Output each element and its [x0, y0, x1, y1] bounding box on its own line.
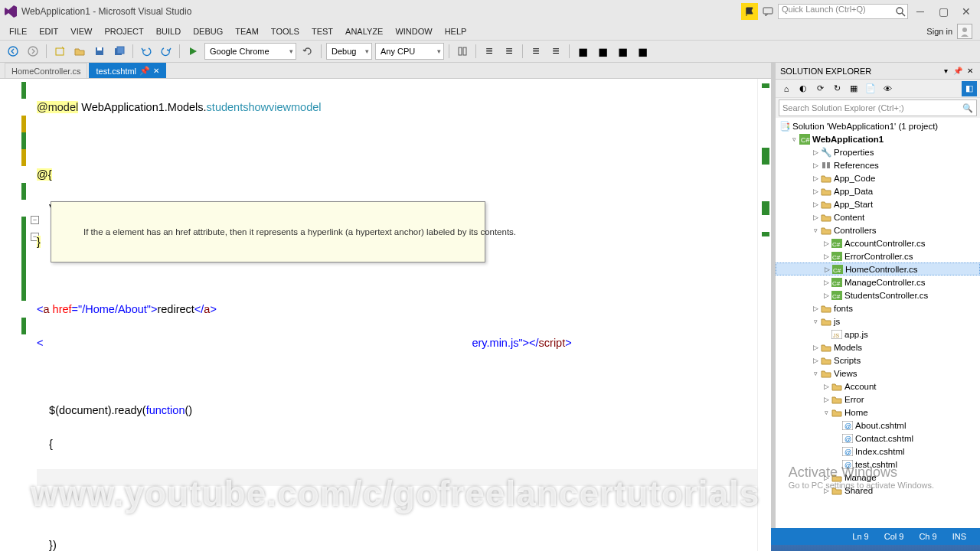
tab-test-cshtml[interactable]: test.cshtml 📌 ✕ [89, 63, 166, 78]
tree-node[interactable]: ▿Views [776, 367, 980, 380]
bookmark-next-button[interactable]: ◼ [594, 43, 611, 60]
solution-explorer-toolbar: ⌂ ◐ ⟳ ↻ ▦ 📄 👁 ◧ [776, 80, 980, 98]
titlebar: WebApplication1 - Microsoft Visual Studi… [0, 0, 980, 23]
folder-icon [831, 472, 843, 483]
status-ins: INS [945, 532, 974, 541]
preview-icon[interactable]: 👁 [880, 81, 895, 96]
menu-file[interactable]: File [3, 25, 33, 37]
panel-close-icon[interactable]: ✕ [965, 66, 975, 77]
menu-help[interactable]: Help [439, 25, 473, 37]
tree-node[interactable]: ▷Scripts [776, 354, 980, 367]
svg-text:C#: C# [832, 293, 841, 300]
quick-launch-input[interactable]: Quick Launch (Ctrl+Q) [778, 4, 908, 19]
solution-tree[interactable]: 📑 Solution 'WebApplication1' (1 project)… [776, 118, 980, 528]
properties-icon[interactable]: 📄 [863, 81, 878, 96]
close-button[interactable]: ✕ [956, 3, 977, 20]
bookmark-prev-button[interactable]: ◼ [614, 43, 631, 60]
tree-node[interactable]: @test.cshtml [776, 458, 980, 471]
menu-tools[interactable]: Tools [265, 25, 305, 37]
collapse-icon[interactable]: ◐ [795, 81, 811, 96]
redo-button[interactable] [158, 43, 175, 60]
uncomment-button[interactable]: ≡ [501, 43, 518, 60]
browser-refresh-button[interactable] [299, 43, 316, 60]
tree-node[interactable]: JSapp.js [776, 328, 980, 341]
notification-flag-icon[interactable] [741, 3, 758, 20]
solution-icon: 📑 [779, 121, 791, 132]
tree-node[interactable]: ▷Content [776, 210, 980, 223]
tree-node[interactable]: @Contact.cshtml [776, 432, 980, 445]
search-icon [895, 6, 906, 17]
tree-node[interactable]: ▿Controllers [776, 223, 980, 236]
new-project-button[interactable] [51, 43, 68, 60]
code-editor[interactable]: − − @model WebApplication1.Models.studen… [0, 79, 771, 551]
refresh-icon[interactable]: ↻ [829, 81, 844, 96]
tree-node[interactable]: ▷C#AccountController.cs [776, 236, 980, 249]
config-select[interactable]: Debug [326, 43, 372, 60]
menu-view[interactable]: View [64, 25, 98, 37]
tree-node[interactable]: ▷Models [776, 341, 980, 354]
save-all-button[interactable] [111, 43, 128, 60]
pin-icon[interactable]: 📌 [139, 66, 150, 76]
view-icon[interactable]: ◧ [962, 81, 977, 96]
outdent-button[interactable]: ≡ [547, 43, 564, 60]
menu-window[interactable]: Window [389, 25, 438, 37]
tree-node[interactable]: ▷C#StudentsController.cs [776, 289, 980, 302]
browser-select[interactable]: Google Chrome [204, 43, 296, 60]
platform-select[interactable]: Any CPU [375, 43, 444, 60]
tree-node[interactable]: ▷C#ErrorController.cs [776, 249, 980, 262]
pin-icon[interactable]: 📌 [952, 66, 963, 77]
menu-debug[interactable]: Debug [187, 25, 229, 37]
avatar-icon[interactable] [957, 24, 972, 39]
tree-node[interactable]: ▿js [776, 315, 980, 328]
menu-build[interactable]: Build [150, 25, 187, 37]
tree-node[interactable]: @About.cshtml [776, 419, 980, 432]
nav-forward-button[interactable] [24, 43, 41, 60]
tree-node[interactable]: ▷fonts [776, 302, 980, 315]
solution-search-input[interactable]: Search Solution Explorer (Ctrl+;) 🔍 [779, 99, 977, 116]
tree-node[interactable]: ▷Manage [776, 471, 980, 484]
panel-dropdown-icon[interactable]: ▾ [940, 66, 951, 77]
menu-project[interactable]: Project [98, 25, 149, 37]
tree-node[interactable]: ▷App_Data [776, 184, 980, 197]
open-file-button[interactable] [71, 43, 88, 60]
cshtml-icon: @ [841, 420, 854, 431]
menu-analyze[interactable]: Analyze [339, 25, 389, 37]
status-line: Ln 9 [844, 532, 876, 541]
tab-close-icon[interactable]: ✕ [153, 67, 159, 75]
tree-node[interactable]: ▷C#HomeController.cs [776, 262, 980, 276]
tree-node[interactable]: ▷Error [776, 393, 980, 406]
indent-button[interactable]: ≡ [528, 43, 544, 60]
scrollbar-overview[interactable] [757, 79, 771, 551]
minimize-button[interactable]: ─ [910, 3, 931, 20]
comment-button[interactable]: ≡ [481, 43, 498, 60]
bookmark-clear-button[interactable]: ◼ [634, 43, 651, 60]
solution-explorer-title: Solution Explorer [780, 67, 871, 76]
find-button[interactable] [454, 43, 471, 60]
tree-node[interactable]: ▷Account [776, 380, 980, 393]
save-button[interactable] [91, 43, 108, 60]
tree-node[interactable]: ▷App_Code [776, 171, 980, 184]
undo-button[interactable] [138, 43, 155, 60]
nav-back-button[interactable] [5, 43, 21, 60]
menu-edit[interactable]: Edit [33, 25, 64, 37]
svg-text:JS: JS [833, 333, 840, 338]
home-icon[interactable]: ⌂ [779, 81, 794, 96]
tree-node[interactable]: @Index.cshtml [776, 445, 980, 458]
maximize-button[interactable]: ▢ [933, 3, 954, 20]
sync-icon[interactable]: ⟳ [812, 81, 828, 96]
tree-node[interactable]: ▷C#ManageController.cs [776, 276, 980, 289]
tree-node[interactable]: ▷🔧Properties [776, 145, 980, 158]
bookmark-button[interactable]: ◼ [574, 43, 591, 60]
tab-homecontroller[interactable]: HomeController.cs [5, 63, 87, 78]
signin-link[interactable]: Sign in [926, 27, 952, 36]
svg-text:@: @ [844, 422, 851, 430]
start-button[interactable] [185, 43, 201, 60]
show-all-icon[interactable]: ▦ [846, 81, 861, 96]
feedback-icon[interactable] [760, 3, 776, 20]
tree-node[interactable]: ▷App_Start [776, 197, 980, 210]
menu-test[interactable]: Test [305, 25, 339, 37]
tree-node[interactable]: ▿Home [776, 406, 980, 419]
menu-team[interactable]: Team [229, 25, 265, 37]
tree-node[interactable]: ▷Shared [776, 484, 980, 497]
tree-node[interactable]: ▷References [776, 158, 980, 171]
